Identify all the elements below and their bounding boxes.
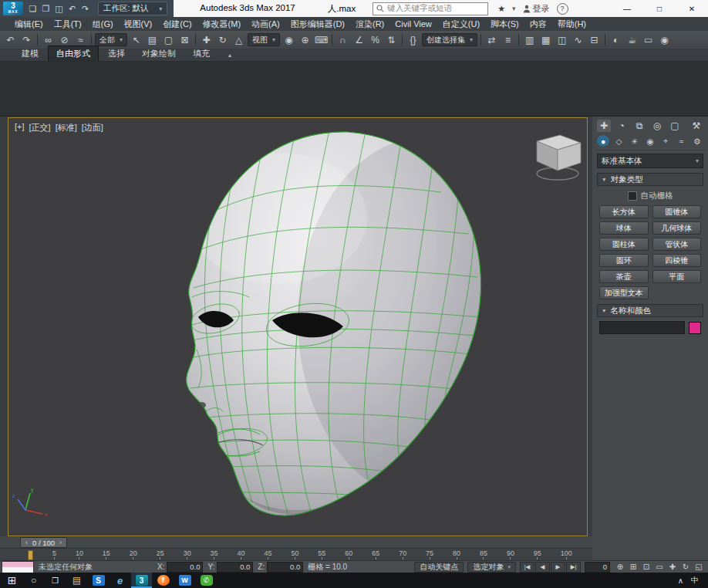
menu-item[interactable]: 图形编辑器(D) <box>285 19 350 30</box>
undo-icon[interactable]: ↶ <box>66 4 78 14</box>
utilities-tab[interactable]: ⚒ <box>689 120 703 132</box>
percent-snap-icon[interactable]: % <box>368 32 383 47</box>
zoom-region-icon[interactable]: ▭ <box>653 562 666 572</box>
sogou-browser-icon[interactable]: S <box>88 573 109 588</box>
ime-indicator[interactable]: 中 <box>691 575 699 586</box>
menu-item[interactable]: 创建(C) <box>157 19 197 30</box>
file-explorer-icon[interactable]: ▤ <box>66 573 87 588</box>
primitive-button[interactable]: 圆环 <box>599 254 649 267</box>
name-color-rollout[interactable]: ▼ 名称和颜色 <box>597 304 703 317</box>
selected-set-dropdown[interactable]: 选定对象 <box>467 562 516 573</box>
sign-in-button[interactable]: 登录 <box>523 3 550 15</box>
close-button[interactable]: ✕ <box>676 0 708 17</box>
pan-icon[interactable]: ✚ <box>666 562 679 572</box>
cameras-category[interactable]: ◉ <box>644 135 656 147</box>
select-manipulate-icon[interactable]: ⊕ <box>298 32 312 47</box>
current-frame-marker[interactable] <box>28 550 33 560</box>
save-file-icon[interactable]: ◫ <box>53 4 65 14</box>
display-tab[interactable]: ▢ <box>668 120 682 132</box>
create-tab[interactable]: ✚ <box>597 120 611 132</box>
reference-coordinate-dropdown[interactable]: 视图 <box>248 33 280 46</box>
ribbon-toggle-icon[interactable]: ◫ <box>555 32 569 47</box>
redo-icon[interactable]: ↷ <box>79 4 91 14</box>
primitive-button[interactable]: 长方体 <box>599 205 649 218</box>
object-type-rollout[interactable]: ▼ 对象类型 <box>597 173 703 186</box>
minimize-button[interactable]: — <box>611 0 643 17</box>
tray-expand-icon[interactable]: ∧ <box>678 576 683 585</box>
help-icon[interactable]: ? <box>557 3 568 15</box>
spinner-snap-icon[interactable]: ⇅ <box>384 32 399 47</box>
render-setup-icon[interactable]: ☕ <box>625 32 639 47</box>
menu-item[interactable]: 脚本(S) <box>485 19 524 30</box>
menu-item[interactable]: 帮助(H) <box>552 19 592 30</box>
primitive-button[interactable]: 球体 <box>599 221 649 235</box>
firefox-icon[interactable]: f <box>153 573 174 588</box>
angle-snap-icon[interactable]: ∠ <box>352 32 366 47</box>
time-slider[interactable]: ‹ 0 / 100 › <box>20 537 67 548</box>
y-value-field[interactable]: 0.0 <box>217 562 253 573</box>
snap-toggle-icon[interactable]: ∩ <box>335 32 350 47</box>
menu-item[interactable]: 渲染(R) <box>350 19 389 30</box>
ie-browser-icon[interactable]: e <box>110 573 130 588</box>
menu-item[interactable]: 动画(A) <box>246 19 285 30</box>
maximize-button[interactable]: □ <box>643 0 676 17</box>
scene-explorer-icon[interactable]: ▥ <box>522 32 537 47</box>
shapes-category[interactable]: ◇ <box>612 135 625 147</box>
render-icon[interactable]: ◉ <box>657 32 672 47</box>
ribbon-tab[interactable]: 选择 <box>100 46 133 61</box>
autogrid-checkbox[interactable] <box>628 191 637 201</box>
go-to-start-button[interactable]: |◀ <box>520 562 534 573</box>
geometry-category[interactable]: ● <box>597 135 609 147</box>
time-slider-track[interactable]: ‹ 0 / 100 › <box>0 536 592 549</box>
hierarchy-tab[interactable]: ⧉ <box>632 120 646 132</box>
keyboard-override-icon[interactable]: ⌨ <box>314 32 329 47</box>
ribbon-tab[interactable]: 填充 <box>185 46 217 61</box>
current-frame-field[interactable]: 0 <box>585 562 610 573</box>
zoom-icon[interactable]: ⊕ <box>614 562 626 572</box>
object-name-input[interactable] <box>599 321 685 334</box>
search-input[interactable]: 键入关键字或短语 <box>373 2 488 15</box>
menu-item[interactable]: 编辑(E) <box>9 19 49 30</box>
zoom-all-icon[interactable]: ⊞ <box>627 562 639 572</box>
3ds-max-taskbar-icon[interactable]: 3 <box>131 573 152 588</box>
cortana-search-button[interactable]: ○ <box>23 573 44 588</box>
next-frame-arrow-icon[interactable]: › <box>59 539 62 546</box>
maxscript-mini-listener[interactable] <box>2 561 34 573</box>
chevron-down-icon[interactable]: ▾ <box>512 5 516 12</box>
primitive-type-dropdown[interactable]: 标准基本体 ▾ <box>597 154 703 168</box>
lights-category[interactable]: ☀ <box>629 135 641 147</box>
edit-named-selections-icon[interactable]: {} <box>406 32 420 47</box>
mirror-icon[interactable]: ⇄ <box>484 32 499 47</box>
menu-item[interactable]: Civil View <box>389 19 437 29</box>
maximize-viewport-icon[interactable]: ◱ <box>693 562 705 572</box>
previous-frame-button[interactable]: ◀ <box>535 562 550 573</box>
material-editor-icon[interactable]: ◐ <box>609 32 623 47</box>
orbit-icon[interactable]: ↻ <box>679 562 692 572</box>
auto-key-button[interactable]: 自动关键点 <box>414 562 464 573</box>
viewport-label-item[interactable]: [边面] <box>82 122 103 133</box>
wechat-icon[interactable]: ✆ <box>196 573 217 588</box>
systems-category[interactable]: ⚙ <box>691 135 703 147</box>
menu-item[interactable]: 自定义(U) <box>437 19 485 30</box>
modify-tab[interactable]: ◔ <box>615 120 629 132</box>
helpers-category[interactable]: ⌖ <box>659 135 672 147</box>
viewport-label-item[interactable]: [标准] <box>56 122 77 133</box>
menu-item[interactable]: 工具(T) <box>49 19 87 30</box>
viewport-label-item[interactable]: [正交] <box>29 122 51 133</box>
schematic-view-icon[interactable]: ⊟ <box>587 32 602 47</box>
start-button[interactable]: ⊞ <box>2 573 22 588</box>
select-scale-icon[interactable]: △ <box>231 32 246 47</box>
curve-editor-icon[interactable]: ∿ <box>571 32 585 47</box>
selection-filter-dropdown[interactable]: 全部 <box>95 33 127 46</box>
align-icon[interactable]: ≡ <box>501 32 515 47</box>
favorites-star-icon[interactable]: ★ <box>497 4 505 14</box>
perspective-viewport[interactable]: [+][正交][标准][边面] <box>8 117 588 536</box>
primitive-button[interactable]: 圆柱体 <box>599 238 649 251</box>
object-color-swatch[interactable] <box>689 322 701 334</box>
motion-tab[interactable]: ◎ <box>650 120 664 132</box>
view-cube[interactable] <box>537 135 581 180</box>
track-bar[interactable]: 0510152025303540455055606570758085909510… <box>0 549 592 561</box>
new-scene-icon[interactable]: ❏ <box>27 4 39 14</box>
primitive-button[interactable]: 几何球体 <box>652 221 702 235</box>
z-value-field[interactable]: 0.0 <box>267 562 303 573</box>
